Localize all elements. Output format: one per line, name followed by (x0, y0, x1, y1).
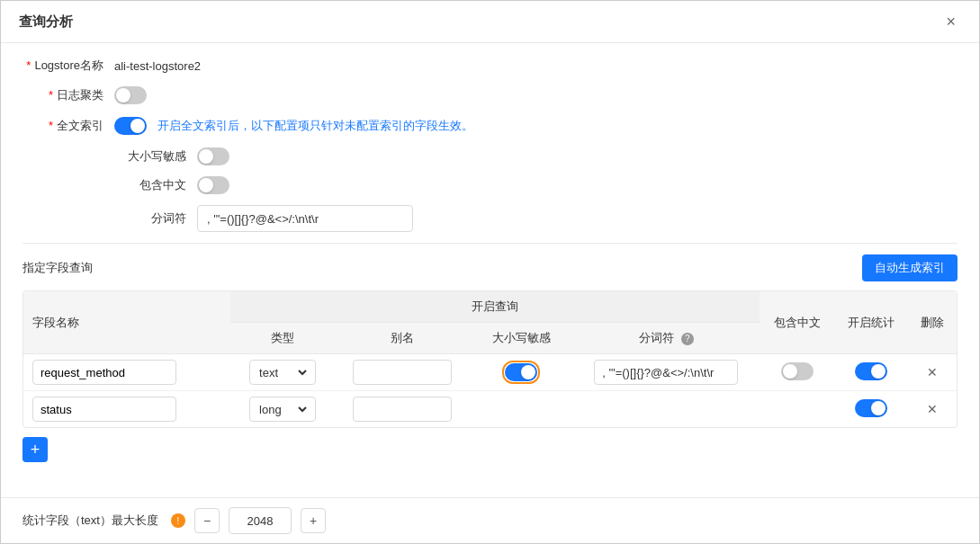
stats-toggle-1[interactable] (855, 362, 887, 380)
type-select-wrap-2[interactable]: text long double json (249, 397, 316, 422)
warn-icon: ! (171, 513, 185, 528)
case-sensitive-knob (199, 149, 213, 164)
stats-track-1 (855, 362, 887, 380)
case-knob-1 (521, 365, 535, 379)
required-star: * (26, 58, 31, 72)
field-input-1[interactable] (32, 360, 176, 385)
type-select-1[interactable]: text long double json (256, 365, 310, 380)
add-row-container: + (22, 437, 958, 462)
include-chinese-toggle[interactable] (197, 176, 229, 194)
divider (22, 243, 958, 244)
table-row: text long double json (23, 354, 957, 391)
dialog-footer: 统计字段（text）最大长度 ! − + (1, 497, 979, 543)
logstore-row: *Logstore名称 ali-test-logstore2 (22, 58, 958, 74)
case-track-1 (505, 363, 537, 381)
add-row-button[interactable]: + (22, 437, 48, 462)
th-type: 类型 (230, 323, 334, 354)
delete-button-2[interactable]: ✕ (923, 400, 941, 418)
sub-form: 大小写敏感 包含中文 分词符 (114, 147, 958, 232)
th-del: 删除 (909, 291, 957, 354)
del-cell-2: ✕ (909, 391, 957, 428)
th-enable-query: 开启查询 (230, 291, 760, 323)
delim-help-icon[interactable]: ? (681, 333, 694, 345)
chinese-toggle-1[interactable] (781, 362, 814, 380)
alias-input-1[interactable] (353, 360, 452, 385)
dialog-header: 查询分析 × (1, 1, 979, 43)
fulltext-index-knob (130, 119, 145, 133)
th-alias: 别名 (335, 323, 470, 354)
case-sensitive-row: 大小写敏感 (114, 147, 958, 165)
plus-button[interactable]: + (301, 508, 326, 533)
logstore-label: *Logstore名称 (22, 58, 103, 74)
th-chinese: 包含中文 (760, 291, 834, 354)
type-select-2[interactable]: text long double json (256, 402, 310, 417)
case-sensitive-track (197, 147, 229, 165)
chinese-track-1 (781, 362, 814, 380)
delimiter-label: 分词符 (114, 210, 186, 227)
delim-input-1[interactable] (594, 360, 738, 385)
alias-cell-2 (335, 391, 470, 428)
stats-cell-2 (834, 391, 909, 428)
alias-cell-1 (335, 354, 470, 391)
log-aggregate-toggle[interactable] (114, 86, 147, 104)
chinese-cell-1 (760, 354, 834, 391)
query-analysis-dialog: 查询分析 × *Logstore名称 ali-test-logstore2 *日… (0, 0, 980, 544)
alias-input-2[interactable] (353, 397, 452, 422)
delim-cell-2 (573, 391, 760, 428)
case-cell-2 (469, 391, 572, 428)
table-row: text long double json (23, 391, 957, 428)
required-star2: * (49, 88, 53, 102)
field-input-2[interactable] (32, 397, 176, 422)
stats-track-2 (855, 399, 887, 417)
case-toggle-outlined-1 (502, 361, 540, 384)
th-delim: 分词符 ? (573, 323, 760, 354)
auto-gen-button[interactable]: 自动生成索引 (862, 254, 958, 281)
field-cell-1 (23, 354, 230, 391)
log-aggregate-label: *日志聚类 (22, 87, 103, 103)
th-field: 字段名称 (23, 291, 230, 354)
index-table-wrap: 字段名称 开启查询 包含中文 开启统计 删除 类型 别名 大小写敏感 分词符 ? (22, 290, 958, 428)
dialog-title: 查询分析 (19, 13, 73, 31)
dialog-body: *Logstore名称 ali-test-logstore2 *日志聚类 *全文… (1, 43, 979, 497)
stats-knob-1 (871, 364, 886, 379)
chinese-knob-1 (783, 364, 797, 379)
type-cell-2: text long double json (230, 391, 334, 428)
del-cell-1: ✕ (909, 354, 957, 391)
include-chinese-row: 包含中文 (114, 176, 958, 194)
index-table: 字段名称 开启查询 包含中文 开启统计 删除 类型 别名 大小写敏感 分词符 ? (23, 291, 957, 427)
delimiter-input[interactable] (197, 205, 413, 232)
th-case: 大小写敏感 (469, 323, 572, 354)
case-sensitive-toggle[interactable] (197, 147, 229, 165)
stats-knob-2 (871, 401, 886, 415)
fulltext-index-track (114, 117, 147, 135)
type-cell-1: text long double json (230, 354, 334, 391)
section-header: 指定字段查询 自动生成索引 (22, 254, 958, 281)
fulltext-hint: 开启全文索引后，以下配置项只针对未配置索引的字段生效。 (157, 118, 473, 134)
log-aggregate-knob (116, 88, 130, 103)
chinese-cell-2 (760, 391, 834, 428)
required-star3: * (49, 119, 53, 132)
delim-cell-1 (573, 354, 760, 391)
type-select-wrap-1[interactable]: text long double json (249, 360, 316, 385)
log-aggregate-row: *日志聚类 (22, 86, 958, 104)
stats-toggle-2[interactable] (855, 399, 887, 417)
include-chinese-label: 包含中文 (114, 177, 186, 193)
include-chinese-track (197, 176, 229, 194)
field-cell-2 (23, 391, 230, 428)
minus-button[interactable]: − (194, 508, 220, 533)
case-sensitive-label: 大小写敏感 (114, 148, 186, 165)
max-length-input[interactable] (229, 507, 292, 534)
log-aggregate-track (114, 86, 147, 104)
th-stats: 开启统计 (834, 291, 909, 354)
close-button[interactable]: × (940, 12, 961, 31)
include-chinese-knob (199, 178, 213, 192)
delete-button-1[interactable]: ✕ (923, 363, 941, 381)
delimiter-row: 分词符 (114, 205, 958, 232)
section-title: 指定字段查询 (22, 260, 93, 276)
footer-label: 统计字段（text）最大长度 (22, 513, 158, 529)
fulltext-index-label: *全文索引 (22, 118, 103, 134)
fulltext-index-row: *全文索引 开启全文索引后，以下配置项只针对未配置索引的字段生效。 (22, 117, 958, 135)
case-toggle-1[interactable] (505, 363, 537, 381)
logstore-value: ali-test-logstore2 (114, 59, 201, 73)
fulltext-index-toggle[interactable] (114, 117, 147, 135)
